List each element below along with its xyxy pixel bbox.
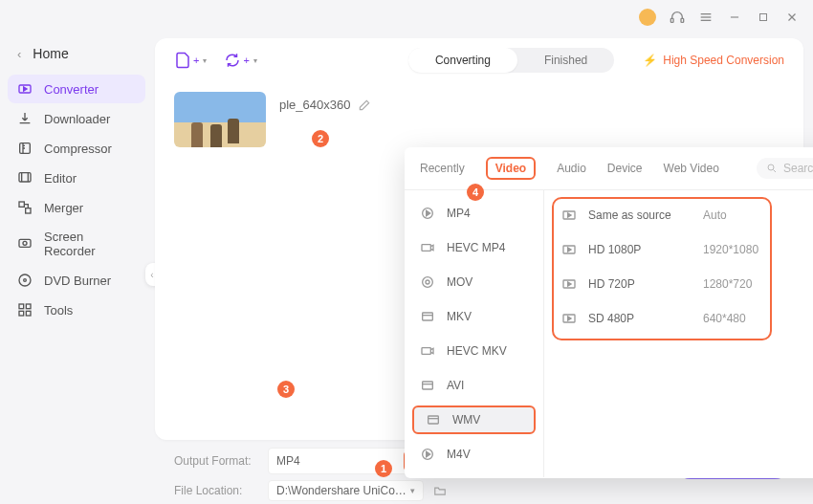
home-label: Home xyxy=(33,46,68,61)
format-avi[interactable]: AVI xyxy=(405,368,543,403)
svg-point-31 xyxy=(426,280,429,284)
folder-icon[interactable] xyxy=(433,484,447,497)
output-format-label: Output Format: xyxy=(174,454,258,468)
format-m4v[interactable]: M4V xyxy=(405,437,543,471)
user-avatar[interactable] xyxy=(639,9,656,26)
sidebar-item-screen-recorder[interactable]: Screen Recorder xyxy=(8,223,145,265)
headset-icon[interactable] xyxy=(670,10,685,25)
sidebar-item-tools[interactable]: Tools xyxy=(8,296,145,324)
tools-icon xyxy=(17,302,33,318)
format-mkv[interactable]: MKV xyxy=(405,299,543,334)
compressor-icon xyxy=(17,141,33,156)
file-row: ple_640x360 xyxy=(155,82,803,157)
minimize-icon[interactable] xyxy=(727,10,742,25)
video-icon xyxy=(561,242,577,257)
svg-rect-29 xyxy=(422,245,430,252)
svg-rect-6 xyxy=(760,14,767,21)
preset-hd-720p[interactable]: HD 720P 1280*720 xyxy=(544,267,813,301)
preset-same-as-source[interactable]: Same as source Auto xyxy=(544,198,813,232)
tab-audio[interactable]: Audio xyxy=(557,162,586,175)
sidebar-item-label: Converter xyxy=(44,82,99,97)
svg-rect-20 xyxy=(26,304,31,309)
tab-finished[interactable]: Finished xyxy=(517,48,614,73)
chevron-left-icon: ‹ xyxy=(17,47,21,61)
editor-icon xyxy=(17,170,33,186)
refresh-icon xyxy=(224,52,241,69)
sidebar-item-downloader[interactable]: Downloader xyxy=(8,104,145,133)
svg-marker-45 xyxy=(568,317,571,320)
annotation-badge-1: 1 xyxy=(375,460,392,477)
svg-marker-28 xyxy=(427,210,430,215)
titlebar xyxy=(0,0,813,34)
svg-line-26 xyxy=(774,170,777,173)
preset-sd-480p[interactable]: SD 480P 640*480 xyxy=(544,301,813,336)
merger-icon xyxy=(17,200,33,215)
annotation-badge-2: 2 xyxy=(312,130,329,147)
format-popover: Recently Video Audio Device Web Video Se… xyxy=(405,147,813,478)
search-icon xyxy=(766,163,778,174)
home-button[interactable]: ‹ Home xyxy=(8,38,145,69)
status-segmented: Converting Finished xyxy=(408,48,614,73)
menu-icon[interactable] xyxy=(698,10,714,25)
annotation-badge-3: 3 xyxy=(277,381,295,398)
sidebar-item-compressor[interactable]: Compressor xyxy=(8,134,145,163)
preset-hd-1080p[interactable]: HD 1080P 1920*1080 xyxy=(544,232,813,267)
svg-rect-13 xyxy=(19,202,24,207)
preset-list: Same as source Auto HD 1080P 1920*1080 xyxy=(544,190,813,477)
tab-video[interactable]: Video xyxy=(486,157,536,180)
video-icon xyxy=(561,311,577,326)
svg-point-18 xyxy=(24,279,27,282)
svg-point-30 xyxy=(423,277,433,288)
svg-marker-39 xyxy=(568,213,571,217)
tab-converting[interactable]: Converting xyxy=(408,48,517,73)
format-hevc-mp4[interactable]: HEVC MP4 xyxy=(405,230,543,265)
close-icon[interactable] xyxy=(784,10,800,25)
disc-icon xyxy=(17,273,33,288)
svg-rect-0 xyxy=(670,18,673,22)
svg-marker-43 xyxy=(568,282,571,286)
svg-rect-33 xyxy=(422,348,430,355)
file-location-select[interactable]: D:\Wondershare UniConverter 1 ▾ xyxy=(268,480,424,501)
sidebar-item-label: Compressor xyxy=(44,142,112,156)
sidebar-item-dvd-burner[interactable]: DVD Burner xyxy=(8,266,145,295)
sidebar-item-label: Downloader xyxy=(44,112,110,126)
tab-recently[interactable]: Recently xyxy=(420,162,465,175)
converter-icon xyxy=(17,81,33,97)
format-list: MP4 HEVC MP4 MOV MKV HEVC MKV AVI WMV M4… xyxy=(405,190,544,477)
sidebar-item-editor[interactable]: Editor xyxy=(8,164,145,192)
file-thumbnail[interactable] xyxy=(174,92,266,147)
format-mov[interactable]: MOV xyxy=(405,265,543,299)
rename-icon[interactable] xyxy=(358,99,371,112)
sidebar: ‹ Home Converter Downloader Compressor E… xyxy=(0,34,153,504)
tab-web-video[interactable]: Web Video xyxy=(664,162,719,175)
chevron-down-icon: ▾ xyxy=(410,486,415,495)
output-format-select[interactable]: MP4 ▾ xyxy=(268,448,423,474)
svg-rect-32 xyxy=(423,313,433,320)
add-url-button[interactable]: +▾ xyxy=(224,52,256,69)
tab-device[interactable]: Device xyxy=(607,162,643,175)
format-hevc-mkv[interactable]: HEVC MKV xyxy=(405,334,543,368)
search-placeholder: Search xyxy=(783,162,813,175)
svg-rect-35 xyxy=(428,416,439,424)
bolt-icon: ⚡ xyxy=(643,54,657,67)
svg-point-25 xyxy=(768,164,774,170)
svg-rect-34 xyxy=(423,382,433,389)
maximize-icon[interactable] xyxy=(756,10,771,25)
svg-marker-10 xyxy=(24,87,27,91)
file-name: ple_640x360 xyxy=(279,98,350,112)
add-file-button[interactable]: +▾ xyxy=(174,52,207,69)
svg-marker-37 xyxy=(427,451,430,456)
sidebar-item-converter[interactable]: Converter xyxy=(8,75,145,103)
file-location-label: File Location: xyxy=(174,484,258,497)
high-speed-toggle[interactable]: ⚡ High Speed Conversion xyxy=(643,54,784,67)
svg-rect-21 xyxy=(19,311,24,316)
format-search[interactable]: Search xyxy=(757,158,813,179)
sidebar-item-merger[interactable]: Merger xyxy=(8,193,145,222)
svg-marker-41 xyxy=(568,248,571,252)
annotation-badge-4: 4 xyxy=(467,184,484,201)
sidebar-item-label: Merger xyxy=(44,201,83,215)
svg-rect-15 xyxy=(19,239,31,247)
svg-rect-12 xyxy=(19,173,31,182)
format-wmv[interactable]: WMV xyxy=(412,405,536,434)
format-mp4[interactable]: MP4 xyxy=(405,196,543,230)
